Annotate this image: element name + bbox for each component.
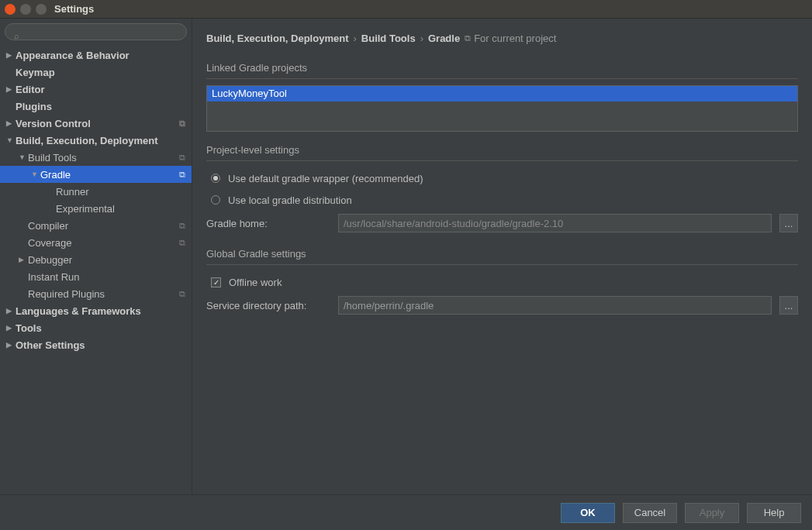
dialog-footer: OK Cancel Apply Help [0, 494, 812, 530]
tree-item-build-execution-deployment[interactable]: ▼Build, Execution, Deployment [0, 132, 192, 149]
tree-item-debugger[interactable]: ▶Debugger [0, 251, 192, 268]
project-scope-icon: ⧉ [179, 289, 185, 299]
scope-label: For current project [474, 33, 556, 44]
window-minimize-icon[interactable] [20, 4, 31, 15]
browse-service-dir-button[interactable]: ... [779, 296, 798, 315]
window-title: Settings [54, 3, 94, 15]
list-item[interactable]: LuckyMoneyTool [207, 86, 797, 102]
ok-button[interactable]: OK [561, 503, 615, 523]
cancel-button[interactable]: Cancel [623, 503, 677, 523]
section-linked-label: Linked Gradle projects [206, 62, 798, 74]
breadcrumb-item[interactable]: Build, Execution, Deployment [206, 33, 348, 44]
project-scope-icon: ⧉ [465, 33, 471, 43]
tree-item-experimental[interactable]: Experimental [0, 200, 192, 217]
tree-item-tools[interactable]: ▶Tools [0, 319, 192, 336]
radio-use-wrapper[interactable]: Use default gradle wrapper (recommended) [211, 167, 798, 189]
separator [206, 160, 798, 161]
project-scope-icon: ⧉ [179, 238, 185, 248]
tree-item-plugins[interactable]: Plugins [0, 98, 192, 115]
tree-item-keymap[interactable]: Keymap [0, 64, 192, 81]
radio-label: Use local gradle distribution [228, 194, 352, 206]
service-dir-label: Service directory path: [206, 300, 330, 311]
tree-item-runner[interactable]: Runner [0, 183, 192, 200]
tree-item-instant-run[interactable]: Instant Run [0, 268, 192, 285]
apply-button: Apply [685, 503, 739, 523]
settings-main-panel: Build, Execution, Deployment › Build Too… [192, 19, 812, 494]
tree-item-required-plugins[interactable]: Required Plugins⧉ [0, 285, 192, 302]
tree-item-compiler[interactable]: Compiler⧉ [0, 217, 192, 234]
radio-use-local[interactable]: Use local gradle distribution [211, 189, 798, 211]
project-scope-icon: ⧉ [179, 221, 185, 231]
tree-item-other-settings[interactable]: ▶Other Settings [0, 336, 192, 353]
radio-icon[interactable] [211, 195, 220, 205]
project-scope-icon: ⧉ [179, 153, 185, 163]
help-button[interactable]: Help [747, 503, 801, 523]
browse-gradle-home-button[interactable]: ... [779, 214, 798, 232]
breadcrumb: Build, Execution, Deployment › Build Too… [206, 26, 798, 50]
tree-item-version-control[interactable]: ▶Version Control⧉ [0, 115, 192, 132]
tree-item-build-tools[interactable]: ▼Build Tools⧉ [0, 149, 192, 166]
checkbox-icon[interactable]: ✓ [211, 277, 221, 287]
tree-item-coverage[interactable]: Coverage⧉ [0, 234, 192, 251]
offline-work-checkbox[interactable]: ✓ Offline work [211, 271, 798, 293]
project-scope-icon: ⧉ [179, 170, 185, 180]
search-input[interactable] [5, 23, 187, 40]
tree-item-languages[interactable]: ▶Languages & Frameworks [0, 302, 192, 319]
service-dir-input[interactable] [338, 296, 772, 315]
gradle-home-input [338, 214, 772, 232]
tree-item-editor[interactable]: ▶Editor [0, 81, 192, 98]
settings-sidebar: ⌕ ▶Appearance & Behavior Keymap ▶Editor … [0, 19, 192, 494]
chevron-right-icon: › [353, 33, 356, 44]
checkbox-label: Offline work [229, 277, 282, 288]
window-maximize-icon[interactable] [36, 4, 47, 15]
window-titlebar: Settings [0, 0, 812, 19]
section-global-label: Global Gradle settings [206, 248, 798, 260]
radio-label: Use default gradle wrapper (recommended) [228, 173, 423, 184]
tree-item-appearance[interactable]: ▶Appearance & Behavior [0, 46, 192, 64]
gradle-home-label: Gradle home: [206, 218, 330, 229]
breadcrumb-item: Gradle [428, 33, 460, 44]
window-close-icon[interactable] [5, 4, 16, 15]
project-scope-icon: ⧉ [179, 119, 185, 129]
tree-item-gradle[interactable]: ▼Gradle⧉ [0, 166, 192, 183]
separator [206, 78, 798, 79]
separator [206, 264, 798, 265]
radio-icon[interactable] [211, 174, 220, 183]
section-project-level-label: Project-level settings [206, 144, 798, 156]
chevron-right-icon: › [420, 33, 423, 44]
breadcrumb-item[interactable]: Build Tools [361, 33, 416, 44]
settings-tree: ▶Appearance & Behavior Keymap ▶Editor Pl… [0, 45, 192, 494]
linked-projects-list[interactable]: LuckyMoneyTool [206, 85, 798, 132]
